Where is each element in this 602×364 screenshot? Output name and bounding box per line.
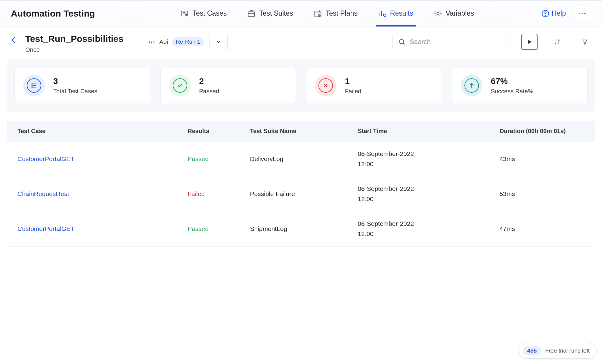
more-dots-icon <box>579 13 586 14</box>
search-input[interactable] <box>410 38 504 46</box>
header-suite[interactable]: Test Suite Name <box>250 128 358 135</box>
duration: 53ms <box>499 190 585 198</box>
stat-label: Total Test Cases <box>53 88 97 95</box>
svg-point-10 <box>32 84 32 84</box>
header-results[interactable]: Results <box>188 128 250 135</box>
stat-passed: 2 Passed <box>160 67 296 104</box>
total-icon-wrap <box>23 75 45 96</box>
rate-icon-wrap <box>461 75 483 96</box>
run-selector: Api Re-Run 1 <box>143 34 228 50</box>
play-icon <box>526 39 533 45</box>
filter-button[interactable] <box>577 34 593 50</box>
start-time: 06-September-202212:00 <box>358 219 499 239</box>
svg-point-12 <box>32 87 32 87</box>
result-status: Failed <box>188 190 205 197</box>
stat-label: Passed <box>199 88 219 95</box>
table-row: CustomerPortalGET Passed DeliveryLog 06-… <box>7 142 595 176</box>
test-suites-icon <box>247 9 256 18</box>
search-box[interactable] <box>393 34 510 50</box>
stat-value: 67% <box>491 76 533 86</box>
start-time: 06-September-202212:00 <box>358 184 499 204</box>
suite-name: Possible Failure <box>250 190 358 198</box>
help-icon <box>541 10 549 17</box>
start-time: 06-September-202212:00 <box>358 149 499 169</box>
svg-point-6 <box>437 12 439 14</box>
sub-header: Test_Run_Possibilities Once Api Re-Run 1 <box>0 26 602 59</box>
svg-point-9 <box>399 39 404 44</box>
header-duration[interactable]: Duration (00h 00m 01s) <box>499 128 585 135</box>
tab-label: Test Cases <box>192 9 227 17</box>
tab-label: Test Suites <box>259 9 293 17</box>
sort-button[interactable] <box>549 34 565 50</box>
app-title: Automation Testing <box>11 8 95 19</box>
duration: 47ms <box>499 225 585 232</box>
stat-total: 3 Total Test Cases <box>14 67 150 104</box>
test-case-link[interactable]: ChainRequestTest <box>17 190 69 197</box>
tab-test-plans[interactable]: Test Plans <box>311 1 360 26</box>
api-badge-box[interactable]: Api Re-Run 1 <box>143 34 209 50</box>
svg-rect-2 <box>248 12 255 16</box>
tab-test-suites[interactable]: Test Suites <box>245 1 296 26</box>
filter-icon <box>582 39 588 45</box>
search-icon <box>398 38 405 45</box>
svg-point-5 <box>383 14 386 16</box>
more-menu-button[interactable] <box>573 6 591 21</box>
stat-value: 3 <box>53 76 97 86</box>
back-button[interactable] <box>9 36 18 45</box>
result-status: Passed <box>188 155 209 162</box>
test-case-link[interactable]: CustomerPortalGET <box>17 225 74 232</box>
list-icon <box>27 78 41 93</box>
check-icon <box>173 78 187 93</box>
results-icon <box>378 9 386 18</box>
variables-icon <box>434 9 442 18</box>
test-plans-icon <box>314 9 322 18</box>
tab-variables[interactable]: Variables <box>431 1 476 26</box>
stat-value: 2 <box>199 76 219 86</box>
passed-icon-wrap <box>169 75 191 96</box>
run-title-block: Test_Run_Possibilities Once <box>25 34 123 53</box>
nav-tabs: Test Cases Test Suites Test Plans Result… <box>113 1 541 26</box>
rerun-badge: Re-Run 1 <box>172 37 204 46</box>
svg-point-11 <box>32 85 32 86</box>
run-button[interactable] <box>521 34 538 50</box>
tab-label: Test Plans <box>326 9 358 17</box>
duration: 43ms <box>499 155 585 163</box>
test-case-link[interactable]: CustomerPortalGET <box>17 155 74 162</box>
header-start[interactable]: Start Time <box>358 128 499 135</box>
nav-right: Help <box>541 6 591 21</box>
x-icon <box>318 78 333 93</box>
stat-label: Failed <box>345 88 361 95</box>
top-navigation: Automation Testing Test Cases Test Suite… <box>0 0 602 26</box>
tab-test-cases[interactable]: Test Cases <box>178 1 229 26</box>
stat-label: Success Rate% <box>491 88 533 95</box>
help-label: Help <box>552 9 566 17</box>
api-icon <box>148 39 155 45</box>
stat-value: 1 <box>345 76 361 86</box>
tab-label: Results <box>390 9 413 17</box>
table-row: ChainRequestTest Failed Possible Failure… <box>7 176 595 211</box>
svg-point-8 <box>545 15 545 15</box>
header-test-case[interactable]: Test Case <box>17 128 188 135</box>
failed-icon-wrap <box>315 75 337 96</box>
table-body: CustomerPortalGET Passed DeliveryLog 06-… <box>7 142 595 247</box>
stats-row: 3 Total Test Cases 2 Passed 1 Failed <box>7 59 595 112</box>
run-title: Test_Run_Possibilities <box>25 34 123 44</box>
sort-icon <box>554 39 560 45</box>
stat-rate: 67% Success Rate% <box>452 67 588 104</box>
run-subtitle: Once <box>25 46 123 53</box>
help-link[interactable]: Help <box>541 9 566 17</box>
suite-name: DeliveryLog <box>250 155 358 163</box>
suite-name: ShipmentLog <box>250 225 358 232</box>
api-text: Api <box>159 39 168 45</box>
test-cases-icon <box>180 9 189 18</box>
table-row: CustomerPortalGET Passed ShipmentLog 06-… <box>7 211 595 246</box>
arrow-up-icon <box>464 78 479 93</box>
tab-results[interactable]: Results <box>376 1 416 26</box>
results-table: Test Case Results Test Suite Name Start … <box>7 121 595 247</box>
stat-failed: 1 Failed <box>306 67 442 104</box>
tab-label: Variables <box>446 9 474 17</box>
result-status: Passed <box>188 225 209 232</box>
chevron-down-icon <box>216 39 222 45</box>
run-dropdown-button[interactable] <box>209 34 228 50</box>
table-header: Test Case Results Test Suite Name Start … <box>7 121 595 142</box>
